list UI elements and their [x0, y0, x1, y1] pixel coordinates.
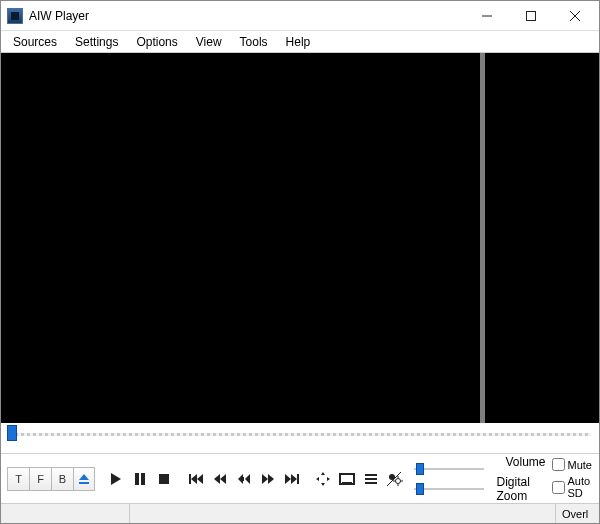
mode-f-button[interactable]: F: [29, 467, 51, 491]
status-overlay-text: Overl: [562, 508, 588, 520]
svg-rect-1: [527, 11, 536, 20]
svg-marker-15: [238, 474, 243, 484]
app-icon: [7, 8, 23, 24]
mute-input[interactable]: [552, 458, 565, 471]
stop-icon: [158, 473, 170, 485]
move-icon: [316, 472, 330, 486]
svg-marker-13: [214, 474, 220, 484]
seek-thumb[interactable]: [7, 425, 17, 441]
skip-back-icon: [189, 473, 203, 485]
eject-icon: [78, 473, 90, 485]
svg-marker-11: [191, 474, 197, 484]
close-icon: [570, 11, 580, 21]
rewind-button[interactable]: [209, 467, 231, 491]
play-button[interactable]: [105, 467, 127, 491]
fullscreen-icon: [339, 473, 355, 485]
minimize-button[interactable]: [465, 2, 509, 30]
menu-tools[interactable]: Tools: [232, 33, 276, 51]
close-button[interactable]: [553, 2, 597, 30]
svg-marker-21: [291, 474, 297, 484]
svg-marker-19: [268, 474, 274, 484]
svg-marker-17: [245, 474, 250, 484]
window-title: AIW Player: [29, 9, 465, 23]
svg-marker-25: [316, 477, 319, 481]
menu-view[interactable]: View: [188, 33, 230, 51]
menu-settings[interactable]: Settings: [67, 33, 126, 51]
zoom-thumb[interactable]: [416, 483, 424, 495]
digital-zoom-label: Digital Zoom: [496, 475, 545, 503]
mute-checkbox[interactable]: Mute: [552, 458, 593, 471]
skip-back-button[interactable]: [185, 467, 207, 491]
status-bar: Overl: [1, 503, 599, 523]
menu-options[interactable]: Options: [128, 33, 185, 51]
svg-rect-5: [79, 482, 89, 484]
brightness-icon: [387, 472, 403, 486]
svg-marker-14: [220, 474, 226, 484]
brightness-button[interactable]: [384, 467, 406, 491]
svg-rect-8: [141, 473, 145, 485]
svg-point-38: [396, 478, 401, 483]
menu-sources[interactable]: Sources: [5, 33, 65, 51]
status-cell-1: [5, 504, 125, 523]
fast-forward-icon: [261, 473, 275, 485]
status-cell-2: [129, 504, 551, 523]
menu-help[interactable]: Help: [278, 33, 319, 51]
volume-label: Volume: [506, 455, 546, 469]
menu-bar: Sources Settings Options View Tools Help: [1, 31, 599, 53]
pause-icon: [134, 472, 146, 486]
skip-forward-icon: [285, 473, 299, 485]
auto-sd-input[interactable]: [552, 481, 565, 494]
eject-button[interactable]: [73, 467, 95, 491]
status-overlay-cell: Overl: [555, 504, 595, 523]
zoom-slider[interactable]: [414, 482, 484, 496]
svg-rect-28: [342, 482, 352, 484]
seek-track: [9, 433, 591, 436]
title-bar: AIW Player: [1, 1, 599, 31]
fast-forward-button[interactable]: [257, 467, 279, 491]
svg-marker-4: [79, 474, 89, 480]
maximize-button[interactable]: [509, 2, 553, 30]
svg-marker-26: [327, 477, 330, 481]
move-button[interactable]: [312, 467, 334, 491]
list-icon: [364, 473, 378, 485]
svg-rect-22: [297, 474, 299, 484]
svg-marker-18: [262, 474, 268, 484]
svg-marker-24: [321, 483, 325, 486]
rewind-icon: [213, 473, 227, 485]
maximize-icon: [526, 11, 536, 21]
step-back-icon: [237, 473, 251, 485]
svg-marker-23: [321, 472, 325, 475]
svg-marker-12: [197, 474, 203, 484]
video-pane-divider[interactable]: [480, 53, 485, 423]
svg-rect-7: [135, 473, 139, 485]
mode-t-button[interactable]: T: [7, 467, 29, 491]
svg-rect-9: [159, 474, 169, 484]
video-display[interactable]: [1, 53, 599, 423]
skip-forward-button[interactable]: [281, 467, 303, 491]
control-toolbar: T F B: [1, 453, 599, 503]
svg-rect-10: [189, 474, 191, 484]
fullscreen-button[interactable]: [336, 467, 358, 491]
step-back-button[interactable]: [233, 467, 255, 491]
svg-marker-20: [285, 474, 291, 484]
minimize-icon: [482, 11, 492, 21]
pause-button[interactable]: [129, 467, 151, 491]
svg-rect-16: [243, 477, 244, 481]
stop-button[interactable]: [153, 467, 175, 491]
mode-b-button[interactable]: B: [51, 467, 73, 491]
volume-slider[interactable]: [414, 462, 484, 476]
play-icon: [110, 472, 122, 486]
svg-marker-6: [111, 473, 121, 485]
volume-thumb[interactable]: [416, 463, 424, 475]
auto-sd-checkbox[interactable]: Auto SD: [552, 475, 593, 499]
playlist-button[interactable]: [360, 467, 382, 491]
seek-bar[interactable]: [1, 423, 599, 453]
